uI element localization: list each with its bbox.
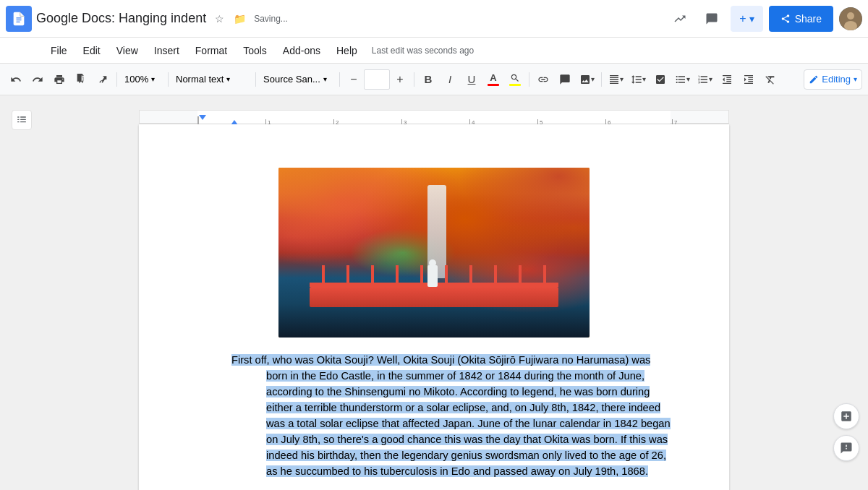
clear-formatting-button[interactable] xyxy=(93,69,113,90)
top-right-actions: + ▾ Share xyxy=(667,6,862,32)
highlight-button[interactable] xyxy=(505,69,525,90)
svg-rect-7 xyxy=(17,119,20,120)
style-dropdown[interactable]: Normal text ▾ xyxy=(172,69,252,90)
indent-increase-button[interactable] xyxy=(739,69,759,90)
align-chevron: ▾ xyxy=(620,75,624,83)
menu-edit[interactable]: Edit xyxy=(76,42,108,59)
font-size-increase[interactable]: + xyxy=(390,69,410,90)
menu-help[interactable]: Help xyxy=(329,42,365,59)
indent-decrease-button[interactable] xyxy=(717,69,737,90)
zoom-dropdown[interactable]: 100% ▾ xyxy=(121,69,164,90)
text-color-indicator xyxy=(488,84,499,86)
share-label: Share xyxy=(795,13,822,25)
document-page: First off, who was Okita Souji? Well, Ok… xyxy=(139,124,729,490)
image-chevron: ▾ xyxy=(591,75,595,83)
print-button[interactable] xyxy=(49,69,69,90)
document-area: 1 2 3 4 5 6 7 xyxy=(0,95,868,490)
font-size-input[interactable]: 12 xyxy=(364,69,390,90)
bold-button[interactable]: B xyxy=(418,69,438,90)
menu-addons[interactable]: Add-ons xyxy=(276,42,328,59)
document-wrapper: 1 2 3 4 5 6 7 xyxy=(43,95,825,490)
highlight-indicator xyxy=(509,84,521,86)
spacing-chevron: ▾ xyxy=(642,75,646,83)
text-color-button[interactable]: A xyxy=(483,69,503,90)
paragraph-1-text: First off, who was Okita Souji? Well, Ok… xyxy=(231,354,671,477)
add-note-button[interactable] xyxy=(833,403,859,429)
add-chevron: ▾ xyxy=(749,13,754,25)
font-chevron: ▾ xyxy=(323,75,327,83)
saving-status: Saving... xyxy=(254,14,288,24)
checklist-button[interactable] xyxy=(650,69,671,90)
ruler: 1 2 3 4 5 6 7 xyxy=(139,110,729,124)
svg-rect-8 xyxy=(17,121,20,122)
italic-button[interactable]: I xyxy=(440,69,460,90)
right-sidebar xyxy=(825,95,868,490)
comment-button[interactable] xyxy=(555,69,575,90)
redo-button[interactable] xyxy=(27,69,48,90)
font-dropdown[interactable]: Source San... ▾ xyxy=(260,69,336,90)
left-sidebar xyxy=(0,95,43,490)
bullet-list-button[interactable]: ▾ xyxy=(672,69,693,90)
trending-icon[interactable] xyxy=(667,6,693,32)
menu-file[interactable]: File xyxy=(43,42,75,59)
svg-rect-0 xyxy=(16,19,21,20)
numbered-chevron: ▾ xyxy=(709,75,712,83)
user-avatar[interactable] xyxy=(839,7,862,30)
zoom-chevron: ▾ xyxy=(151,75,155,83)
menu-format[interactable]: Format xyxy=(188,42,234,59)
menu-tools[interactable]: Tools xyxy=(236,42,274,59)
svg-rect-1 xyxy=(16,21,20,22)
editing-mode-dropdown[interactable]: Editing ▾ xyxy=(804,69,862,90)
paragraph-1[interactable]: First off, who was Okita Souji? Well, Ok… xyxy=(197,352,671,479)
menu-insert[interactable]: Insert xyxy=(147,42,187,59)
comments-icon[interactable] xyxy=(699,6,725,32)
toolbar: 100% ▾ Normal text ▾ Source San... ▾ − 1… xyxy=(0,64,868,95)
menu-view[interactable]: View xyxy=(109,42,145,59)
top-bar: Google Docs: Hanging indent ☆ 📁 Saving..… xyxy=(0,0,868,38)
document-image[interactable] xyxy=(278,168,590,338)
svg-rect-11 xyxy=(20,121,26,122)
add-button[interactable]: + ▾ xyxy=(731,6,762,32)
clear-format-button[interactable] xyxy=(760,69,780,90)
numbered-list-button[interactable]: ▾ xyxy=(694,69,715,90)
style-chevron: ▾ xyxy=(226,75,230,83)
undo-button[interactable] xyxy=(6,69,26,90)
menu-bar: File Edit View Insert Format Tools Add-o… xyxy=(0,38,868,64)
image-button[interactable]: ▾ xyxy=(576,69,597,90)
svg-rect-9 xyxy=(20,116,26,117)
add-icon: + xyxy=(739,12,746,25)
svg-rect-10 xyxy=(20,119,26,120)
paint-format-button[interactable] xyxy=(71,69,91,90)
editing-label: Editing xyxy=(822,74,851,85)
link-button[interactable] xyxy=(533,69,553,90)
svg-rect-2 xyxy=(16,17,21,18)
doc-title-area: Google Docs: Hanging indent ☆ 📁 Saving..… xyxy=(36,10,663,27)
font-size-group: − 12 + xyxy=(344,69,410,90)
outline-button[interactable] xyxy=(12,110,32,130)
underline-button[interactable]: U xyxy=(461,69,482,90)
star-icon[interactable]: ☆ xyxy=(210,10,228,27)
share-button[interactable]: Share xyxy=(769,6,833,32)
alignment-button[interactable]: ▾ xyxy=(605,69,626,90)
svg-point-4 xyxy=(847,12,854,20)
svg-rect-6 xyxy=(17,116,20,117)
line-spacing-button[interactable]: ▾ xyxy=(628,69,649,90)
app-icon[interactable] xyxy=(6,6,32,32)
bullet-chevron: ▾ xyxy=(686,75,690,83)
feedback-button[interactable] xyxy=(833,435,859,461)
last-edit-status: Last edit was seconds ago xyxy=(372,46,474,56)
text-color-icon: A xyxy=(490,72,496,83)
doc-title[interactable]: Google Docs: Hanging indent xyxy=(36,11,206,26)
folder-icon[interactable]: 📁 xyxy=(231,10,248,27)
editing-chevron: ▾ xyxy=(854,75,857,83)
font-size-decrease[interactable]: − xyxy=(344,69,364,90)
